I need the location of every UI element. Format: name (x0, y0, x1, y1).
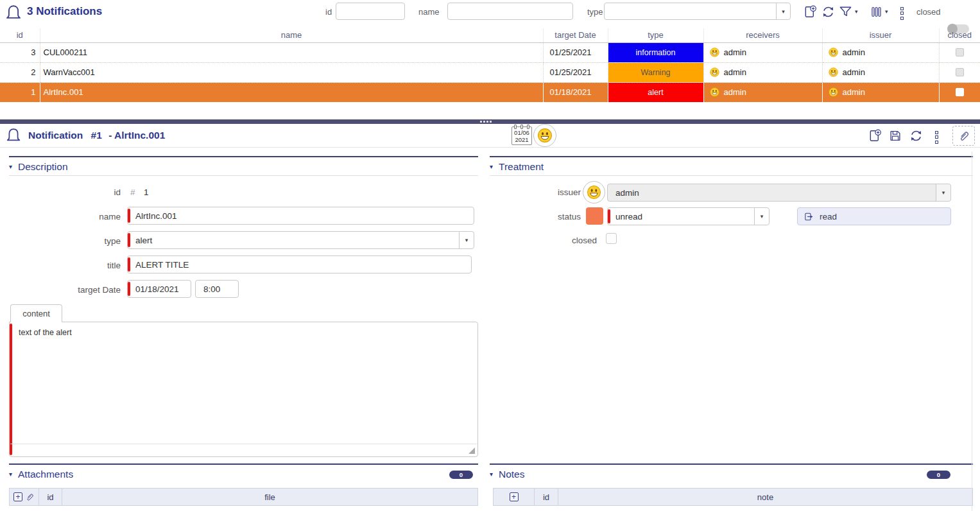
panel-edge (972, 152, 972, 511)
filter-id-label: id (325, 7, 332, 17)
type-select[interactable]: alert ▾ (127, 231, 474, 249)
section-underline (9, 175, 478, 176)
closed-label: closed (520, 236, 597, 245)
textarea-scroll-divider (10, 444, 477, 444)
resize-handle-icon[interactable] (469, 447, 475, 454)
section-divider (9, 463, 478, 465)
notes-id-header: id (535, 489, 558, 505)
smiley-avatar-icon (537, 127, 553, 144)
attachments-table-header: + id file (9, 488, 478, 506)
columns-menu-caret-icon[interactable]: ▾ (885, 8, 888, 15)
smiley-avatar-icon (828, 47, 839, 58)
title-field[interactable]: ALERT TITLE (127, 256, 472, 273)
more-icon[interactable] (900, 5, 904, 21)
attachments-count-badge: 0 (449, 471, 473, 479)
section-underline (490, 175, 973, 176)
add-attachment-icon[interactable]: + (13, 492, 22, 501)
col-header-type[interactable]: type (608, 28, 703, 42)
col-header-receivers[interactable]: receivers (703, 28, 822, 42)
id-hash: # (130, 187, 135, 197)
attachment-icon[interactable] (952, 126, 975, 146)
status-select[interactable]: unread ▾ (607, 207, 769, 225)
notification-bell-icon (5, 126, 22, 148)
issuer-select[interactable]: admin ▾ (607, 184, 951, 202)
detail-title: Notification #1 - AlrtInc.001 (28, 130, 165, 141)
col-header-issuer[interactable]: issuer (822, 28, 939, 42)
target-date-field[interactable]: 01/18/2021 (127, 280, 191, 298)
new-record-icon[interactable] (868, 128, 882, 146)
filter-name-label: name (418, 7, 440, 17)
paperclip-icon[interactable] (24, 492, 35, 502)
attachments-file-header: file (62, 489, 477, 505)
name-field[interactable]: AlrtInc.001 (127, 207, 474, 225)
section-divider (490, 463, 973, 465)
smiley-avatar-icon (586, 184, 602, 200)
splitter-grip-icon (480, 121, 492, 123)
treatment-section-title[interactable]: Treatment (499, 161, 544, 173)
type-label: type (44, 236, 121, 246)
title-label: title (44, 261, 121, 270)
filter-menu-caret-icon[interactable]: ▾ (855, 8, 858, 15)
section-divider (9, 156, 478, 157)
target-time-field[interactable]: 8:00 (195, 280, 239, 298)
collapse-caret-icon[interactable]: ▾ (9, 471, 12, 478)
section-divider (490, 156, 973, 157)
closed-checkbox[interactable] (956, 88, 964, 96)
attachments-section-title[interactable]: Attachments (18, 469, 73, 480)
chevron-down-icon[interactable]: ▾ (936, 184, 950, 201)
description-section-title[interactable]: Description (18, 161, 68, 173)
arrow-transition-icon (804, 211, 814, 222)
read-button[interactable]: read (797, 207, 951, 225)
chevron-down-icon[interactable]: ▾ (776, 3, 790, 19)
closed-checkbox[interactable] (606, 233, 617, 244)
smiley-avatar-icon (709, 87, 720, 98)
refresh-icon[interactable] (821, 4, 836, 22)
name-label: name (44, 212, 121, 221)
attachments-id-header: id (39, 489, 62, 505)
target-date-label: target Date (44, 285, 121, 295)
tab-content[interactable]: content (10, 304, 62, 322)
issuer-avatar (583, 181, 605, 204)
notes-section-title[interactable]: Notes (499, 469, 525, 480)
status-label: status (504, 212, 581, 221)
splitter-handle[interactable] (0, 119, 980, 124)
table-row-selected[interactable]: 1 AlrtInc.001 01/18/2021 alert admin adm… (0, 82, 980, 102)
collapse-caret-icon[interactable]: ▾ (9, 163, 12, 170)
type-badge: alert (608, 83, 703, 102)
filter-type-select[interactable]: ▾ (604, 3, 791, 20)
notifications-app: 3 Notifications id name type ▾ ▾ ▾ close… (0, 0, 980, 511)
table-row[interactable]: 3 CUL000211 01/25/2021 information admin… (0, 42, 980, 62)
issuer-label: issuer (504, 187, 581, 197)
closed-checkbox[interactable] (956, 68, 964, 76)
col-header-target-date[interactable]: target Date (543, 28, 608, 42)
collapse-caret-icon[interactable]: ▾ (490, 471, 493, 478)
notifications-bell-icon (4, 3, 22, 26)
notes-table-header: + id note (493, 488, 973, 506)
smiley-avatar-icon (828, 87, 839, 98)
content-textarea[interactable]: text of the alert (9, 322, 478, 457)
col-header-id[interactable]: id (0, 28, 40, 42)
filter-id-input[interactable] (336, 3, 405, 20)
user-avatar (533, 124, 556, 147)
table-row[interactable]: 2 WarnVacc001 01/25/2021 Warning admin a… (0, 62, 980, 82)
more-icon[interactable] (935, 129, 938, 145)
smiley-avatar-icon (709, 47, 720, 58)
columns-icon[interactable] (870, 4, 883, 22)
save-icon[interactable] (888, 128, 902, 146)
notes-note-header: note (558, 489, 972, 505)
filter-icon[interactable] (838, 4, 853, 22)
filter-name-input[interactable] (447, 3, 573, 20)
chevron-down-icon[interactable]: ▾ (754, 208, 769, 225)
status-color-swatch (586, 207, 603, 225)
col-header-name[interactable]: name (40, 28, 543, 42)
closed-checkbox[interactable] (956, 48, 964, 56)
notes-count-badge: 0 (927, 471, 950, 479)
collapse-caret-icon[interactable]: ▾ (490, 163, 493, 170)
add-note-icon[interactable]: + (510, 492, 519, 501)
new-record-icon[interactable] (803, 4, 818, 22)
refresh-icon[interactable] (909, 128, 924, 146)
filter-type-label: type (587, 7, 603, 17)
type-badge: Warning (608, 63, 703, 82)
col-header-closed[interactable]: closed (939, 28, 980, 42)
chevron-down-icon[interactable]: ▾ (459, 232, 474, 248)
